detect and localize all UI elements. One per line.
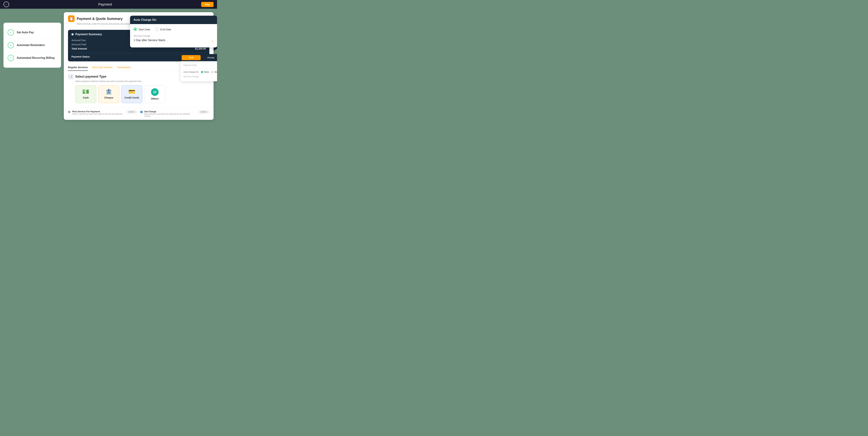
- step-badge-1: STEP 2: [126, 110, 137, 114]
- page-title: Payment: [98, 2, 112, 6]
- features-panel: ✓ Set Auto Pay ✓ Automate Reminders ✓ Au…: [3, 23, 61, 68]
- payment-type-panel: Full Partial Percentage Custom Payment N…: [181, 54, 217, 81]
- ps-dot: [71, 33, 73, 35]
- cheque-icon: 🏦: [105, 88, 112, 95]
- check-icon-3: ✓: [8, 55, 14, 61]
- pt-tab-partial[interactable]: Partial: [202, 55, 217, 60]
- steps-row: Pick Service For Payment Select a servic…: [64, 107, 214, 120]
- pt-note-label: Payment Note: [183, 64, 217, 66]
- card-header-title: Payment & Quote Summary: [77, 17, 123, 21]
- pt-tab-full[interactable]: Full: [182, 55, 200, 60]
- method-others[interactable]: ⇄ Others: [144, 85, 165, 103]
- ac-select-row[interactable]: 1 Day after Service Starts ⌄: [133, 38, 214, 44]
- step-title-1: Pick Service For Payment: [72, 110, 124, 113]
- pt-set-auto-label: Set Auto Charge: [183, 75, 217, 78]
- pt-none-label: None: [204, 71, 209, 73]
- feature-auto-pay-label: Set Auto Pay: [17, 31, 34, 34]
- ac-header: Auto Charge On: [130, 16, 217, 24]
- pt-tabs: Full Partial Percentage Custom: [181, 54, 217, 61]
- pt-radio-none[interactable]: None: [201, 71, 209, 73]
- ac-radio-start[interactable]: Start Date: [133, 28, 150, 31]
- right-content: 📋 Payment & Quote Summary Select service…: [64, 12, 214, 120]
- feature-reminders-label: Automate Reminders: [17, 43, 45, 47]
- step-title-2: Set Charge: [144, 110, 197, 113]
- pt-body: Payment Note Auto Charge On None Start D…: [181, 61, 217, 81]
- pt-note-field[interactable]: [183, 67, 217, 69]
- method-cash[interactable]: 💵 Cash: [75, 85, 96, 103]
- section-title: Select payment Type: [75, 75, 106, 79]
- small-dot-none: [201, 71, 203, 73]
- method-credit[interactable]: 💳 Credit Cards: [121, 85, 142, 103]
- ac-radio-row: Start Date End Date: [133, 28, 214, 31]
- pt-auto-charge-row: Auto Charge On None Start Date End Date: [183, 71, 217, 73]
- check-icon-2: ✓: [8, 42, 14, 48]
- ps-status-label: Payment Status: [71, 55, 90, 58]
- feature-billing: ✓ Automated Recurring Billing: [8, 52, 57, 64]
- ps-label-paid: Amound Paid: [71, 43, 86, 46]
- others-icon: ⇄: [151, 88, 159, 96]
- step-pick-service: Pick Service For Payment Select a servic…: [68, 110, 137, 117]
- step-sub-2: Enter amount to process the payment for …: [144, 113, 197, 117]
- ac-start-label: Start Date: [138, 28, 150, 31]
- credit-icon: 💳: [128, 88, 135, 95]
- cash-label: Cash: [83, 96, 89, 99]
- ac-radio-end[interactable]: End Date: [155, 28, 172, 31]
- ac-select-val: 1 Day after Service Starts: [133, 39, 165, 42]
- radio-start-circle: [133, 28, 137, 31]
- feature-auto-pay: ✓ Set Auto Pay: [8, 26, 57, 39]
- step-set-charge: Set Charge Enter amount to process the p…: [140, 110, 210, 117]
- ac-end-label: End Date: [160, 28, 172, 31]
- ac-body: Start Date End Date Set Auto Charge 1 Da…: [130, 24, 217, 48]
- payment-methods: 💵 Cash 🏦 Cheque 💳 Credit Cards ⇄ Others: [75, 85, 209, 103]
- ps-label-due: Amound Due: [71, 39, 86, 42]
- pt-auto-charge-label: Auto Charge On: [183, 71, 198, 73]
- radio-start-dot: [134, 28, 136, 30]
- cheque-label: Cheque: [104, 96, 113, 99]
- step-sub-1: Select a service for which you want to p…: [72, 113, 124, 115]
- top-bar: ← Payment Pay: [0, 0, 217, 9]
- back-button[interactable]: ←: [3, 2, 9, 7]
- step-badge-2: STEP 3: [198, 110, 209, 114]
- method-cheque[interactable]: 🏦 Cheque: [98, 85, 119, 103]
- feature-billing-label: Automated Recurring Billing: [17, 56, 55, 59]
- header-icon: 📋: [68, 16, 74, 22]
- feature-reminders: ✓ Automate Reminders: [8, 39, 57, 52]
- pt-start-label: Start Date: [214, 71, 217, 73]
- credit-label: Credit Cards: [124, 96, 139, 99]
- ps-title: Payment Summary: [75, 33, 102, 36]
- auto-charge-modal: Auto Charge On Start Date End Date Set A…: [130, 16, 217, 48]
- tab-regular[interactable]: Regular Services: [68, 64, 88, 71]
- small-dot-start: [211, 71, 213, 73]
- cash-icon: 💵: [82, 88, 89, 95]
- tab-transactions[interactable]: Transactions: [117, 64, 131, 71]
- step-dot-2: [140, 111, 143, 113]
- others-label: Others: [151, 97, 159, 100]
- pay-button[interactable]: Pay: [201, 2, 214, 7]
- ps-val-total: $1,204.00: [195, 47, 206, 50]
- check-icon: ✓: [8, 29, 14, 36]
- chevron-down-icon: ⌄: [211, 38, 214, 42]
- ps-label-total: Total Amount: [71, 47, 87, 50]
- main-content: ✓ Set Auto Pay ✓ Automate Reminders ✓ Au…: [0, 9, 217, 123]
- step-dot-1: [68, 111, 70, 113]
- ac-set-label: Set Auto Charge: [133, 34, 214, 37]
- section-icon: 📝: [68, 74, 73, 79]
- tab-recurring[interactable]: Recurring Services: [92, 64, 113, 71]
- radio-end-circle: [155, 28, 159, 31]
- pt-radio-start[interactable]: Start Date: [211, 71, 217, 73]
